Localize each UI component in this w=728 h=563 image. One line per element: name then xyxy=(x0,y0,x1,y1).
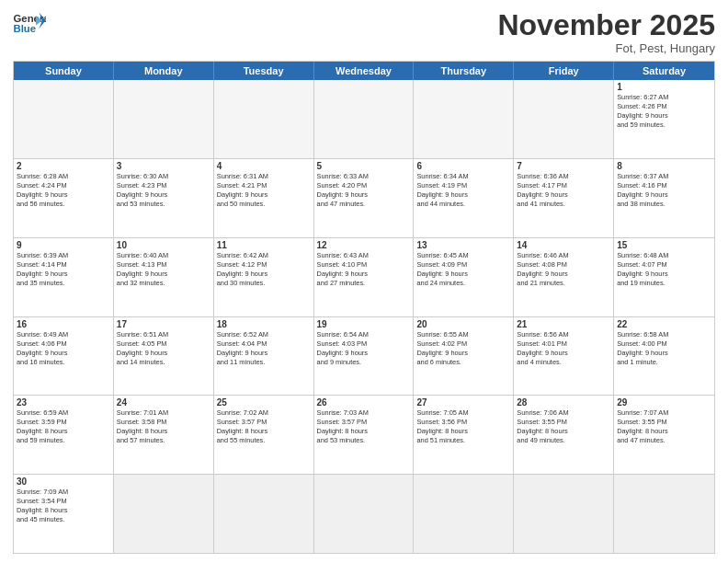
day-info-27: Sunrise: 7:05 AM Sunset: 3:56 PM Dayligh… xyxy=(416,408,510,445)
day-number-22: 22 xyxy=(617,319,711,329)
svg-text:Blue: Blue xyxy=(14,23,37,34)
day-number-30: 30 xyxy=(17,477,110,487)
day-number-21: 21 xyxy=(517,319,610,329)
day-cell-3: 3Sunrise: 6:30 AM Sunset: 4:23 PM Daylig… xyxy=(114,159,214,237)
day-info-19: Sunrise: 6:54 AM Sunset: 4:03 PM Dayligh… xyxy=(317,330,411,367)
day-info-26: Sunrise: 7:03 AM Sunset: 3:57 PM Dayligh… xyxy=(317,408,411,445)
day-cell-12: 12Sunrise: 6:43 AM Sunset: 4:10 PM Dayli… xyxy=(314,238,415,316)
day-info-15: Sunrise: 6:48 AM Sunset: 4:07 PM Dayligh… xyxy=(617,251,711,288)
header-thursday: Thursday xyxy=(414,62,514,80)
header-saturday: Saturday xyxy=(614,62,714,80)
day-info-13: Sunrise: 6:45 AM Sunset: 4:09 PM Dayligh… xyxy=(416,251,510,288)
day-info-16: Sunrise: 6:49 AM Sunset: 4:06 PM Dayligh… xyxy=(17,330,110,367)
day-info-21: Sunrise: 6:56 AM Sunset: 4:01 PM Dayligh… xyxy=(517,330,610,367)
logo-icon: General Blue xyxy=(13,9,46,35)
empty-cell-5-2 xyxy=(214,475,314,553)
calendar-header: Sunday Monday Tuesday Wednesday Thursday… xyxy=(14,62,714,80)
empty-cell-5-3 xyxy=(314,475,415,553)
day-number-26: 26 xyxy=(317,397,411,408)
day-cell-11: 11Sunrise: 6:42 AM Sunset: 4:12 PM Dayli… xyxy=(214,238,314,316)
day-cell-24: 24Sunrise: 7:01 AM Sunset: 3:58 PM Dayli… xyxy=(114,396,214,474)
week-row-4: 23Sunrise: 6:59 AM Sunset: 3:59 PM Dayli… xyxy=(14,395,714,474)
empty-cell-5-1 xyxy=(114,475,214,553)
day-info-20: Sunrise: 6:55 AM Sunset: 4:02 PM Dayligh… xyxy=(416,330,510,367)
empty-cell-0-4 xyxy=(414,80,514,158)
day-cell-17: 17Sunrise: 6:51 AM Sunset: 4:05 PM Dayli… xyxy=(114,317,214,396)
day-info-4: Sunrise: 6:31 AM Sunset: 4:21 PM Dayligh… xyxy=(217,172,311,209)
day-info-2: Sunrise: 6:28 AM Sunset: 4:24 PM Dayligh… xyxy=(17,172,110,209)
header-monday: Monday xyxy=(114,62,214,80)
day-info-22: Sunrise: 6:58 AM Sunset: 4:00 PM Dayligh… xyxy=(617,330,711,367)
week-row-0: 1Sunrise: 6:27 AM Sunset: 4:26 PM Daylig… xyxy=(14,80,714,158)
day-number-1: 1 xyxy=(617,82,711,92)
day-number-2: 2 xyxy=(17,161,110,171)
day-number-8: 8 xyxy=(617,161,711,171)
day-cell-18: 18Sunrise: 6:52 AM Sunset: 4:04 PM Dayli… xyxy=(214,317,314,396)
day-cell-16: 16Sunrise: 6:49 AM Sunset: 4:06 PM Dayli… xyxy=(14,317,114,396)
day-number-7: 7 xyxy=(517,161,610,171)
day-number-15: 15 xyxy=(617,240,711,250)
empty-cell-0-0 xyxy=(14,80,114,158)
day-cell-27: 27Sunrise: 7:05 AM Sunset: 3:56 PM Dayli… xyxy=(414,396,514,474)
day-info-24: Sunrise: 7:01 AM Sunset: 3:58 PM Dayligh… xyxy=(117,408,210,445)
week-row-5: 30Sunrise: 7:09 AM Sunset: 3:54 PM Dayli… xyxy=(14,474,714,553)
day-cell-30: 30Sunrise: 7:09 AM Sunset: 3:54 PM Dayli… xyxy=(14,475,114,553)
day-info-9: Sunrise: 6:39 AM Sunset: 4:14 PM Dayligh… xyxy=(17,251,110,288)
day-number-5: 5 xyxy=(317,161,411,171)
day-info-17: Sunrise: 6:51 AM Sunset: 4:05 PM Dayligh… xyxy=(117,330,210,367)
day-number-10: 10 xyxy=(117,240,210,250)
day-info-14: Sunrise: 6:46 AM Sunset: 4:08 PM Dayligh… xyxy=(517,251,610,288)
day-info-11: Sunrise: 6:42 AM Sunset: 4:12 PM Dayligh… xyxy=(217,251,311,288)
svg-text:General: General xyxy=(14,13,47,24)
day-info-7: Sunrise: 6:36 AM Sunset: 4:17 PM Dayligh… xyxy=(517,172,610,209)
day-cell-28: 28Sunrise: 7:06 AM Sunset: 3:55 PM Dayli… xyxy=(514,396,614,474)
subtitle: Fot, Pest, Hungary xyxy=(497,41,715,55)
day-cell-19: 19Sunrise: 6:54 AM Sunset: 4:03 PM Dayli… xyxy=(314,317,415,396)
day-number-23: 23 xyxy=(17,397,110,408)
day-cell-8: 8Sunrise: 6:37 AM Sunset: 4:16 PM Daylig… xyxy=(614,159,714,237)
day-info-6: Sunrise: 6:34 AM Sunset: 4:19 PM Dayligh… xyxy=(416,172,510,209)
day-cell-10: 10Sunrise: 6:40 AM Sunset: 4:13 PM Dayli… xyxy=(114,238,214,316)
day-number-17: 17 xyxy=(117,319,210,329)
day-cell-5: 5Sunrise: 6:33 AM Sunset: 4:20 PM Daylig… xyxy=(314,159,415,237)
day-number-12: 12 xyxy=(317,240,411,250)
month-title: November 2025 xyxy=(497,9,715,41)
day-cell-29: 29Sunrise: 7:07 AM Sunset: 3:55 PM Dayli… xyxy=(614,396,714,474)
logo: General Blue xyxy=(13,9,46,35)
week-row-3: 16Sunrise: 6:49 AM Sunset: 4:06 PM Dayli… xyxy=(14,316,714,396)
empty-cell-0-5 xyxy=(514,80,614,158)
header-friday: Friday xyxy=(514,62,614,80)
day-info-25: Sunrise: 7:02 AM Sunset: 3:57 PM Dayligh… xyxy=(217,408,311,445)
day-cell-4: 4Sunrise: 6:31 AM Sunset: 4:21 PM Daylig… xyxy=(214,159,314,237)
day-cell-14: 14Sunrise: 6:46 AM Sunset: 4:08 PM Dayli… xyxy=(514,238,614,316)
day-number-4: 4 xyxy=(217,161,311,171)
calendar: Sunday Monday Tuesday Wednesday Thursday… xyxy=(13,61,715,554)
day-info-12: Sunrise: 6:43 AM Sunset: 4:10 PM Dayligh… xyxy=(317,251,411,288)
empty-cell-5-4 xyxy=(414,475,514,553)
day-cell-25: 25Sunrise: 7:02 AM Sunset: 3:57 PM Dayli… xyxy=(214,396,314,474)
day-info-28: Sunrise: 7:06 AM Sunset: 3:55 PM Dayligh… xyxy=(517,408,610,445)
day-cell-26: 26Sunrise: 7:03 AM Sunset: 3:57 PM Dayli… xyxy=(314,396,415,474)
day-number-13: 13 xyxy=(416,240,510,250)
day-info-30: Sunrise: 7:09 AM Sunset: 3:54 PM Dayligh… xyxy=(17,488,110,524)
day-cell-20: 20Sunrise: 6:55 AM Sunset: 4:02 PM Dayli… xyxy=(414,317,514,396)
week-row-1: 2Sunrise: 6:28 AM Sunset: 4:24 PM Daylig… xyxy=(14,158,714,237)
day-number-16: 16 xyxy=(17,319,110,329)
header-wednesday: Wednesday xyxy=(314,62,415,80)
day-number-24: 24 xyxy=(117,397,210,408)
week-row-2: 9Sunrise: 6:39 AM Sunset: 4:14 PM Daylig… xyxy=(14,237,714,316)
day-info-18: Sunrise: 6:52 AM Sunset: 4:04 PM Dayligh… xyxy=(217,330,311,367)
day-number-25: 25 xyxy=(217,397,311,408)
empty-cell-5-5 xyxy=(514,475,614,553)
empty-cell-0-2 xyxy=(214,80,314,158)
day-cell-9: 9Sunrise: 6:39 AM Sunset: 4:14 PM Daylig… xyxy=(14,238,114,316)
day-info-23: Sunrise: 6:59 AM Sunset: 3:59 PM Dayligh… xyxy=(17,408,110,445)
day-info-5: Sunrise: 6:33 AM Sunset: 4:20 PM Dayligh… xyxy=(317,172,411,209)
day-number-14: 14 xyxy=(517,240,610,250)
day-info-1: Sunrise: 6:27 AM Sunset: 4:26 PM Dayligh… xyxy=(617,93,711,130)
calendar-body: 1Sunrise: 6:27 AM Sunset: 4:26 PM Daylig… xyxy=(14,80,714,553)
day-number-27: 27 xyxy=(416,397,510,408)
title-block: November 2025 Fot, Pest, Hungary xyxy=(497,9,715,55)
day-cell-2: 2Sunrise: 6:28 AM Sunset: 4:24 PM Daylig… xyxy=(14,159,114,237)
day-number-11: 11 xyxy=(217,240,311,250)
